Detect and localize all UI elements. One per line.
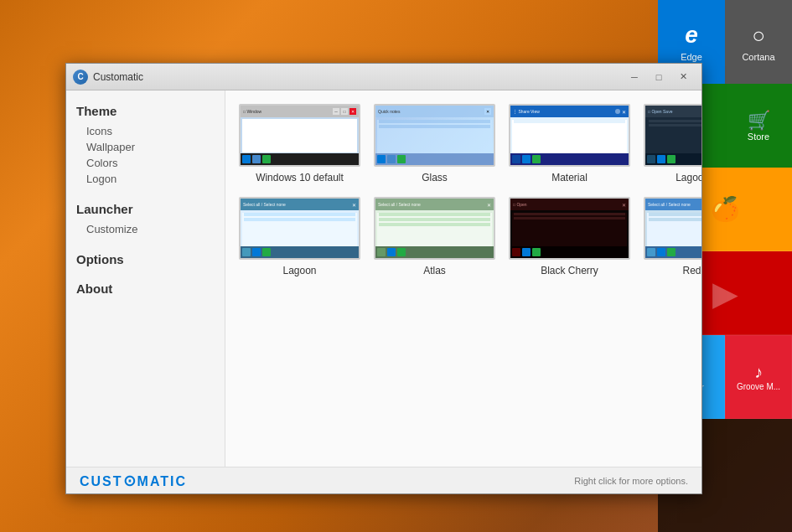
mini-titlebar-glass: Quick notes ✕ (375, 106, 494, 117)
red-tile-icon: ▶ (712, 274, 738, 312)
themes-content: □ Window ─ □ ✕ (225, 90, 701, 467)
theme-label-lagoon: Lagoon (282, 265, 316, 276)
edge-icon: e (685, 22, 698, 49)
mini-body-win10 (242, 119, 357, 152)
fruit-icon: 🍊 (711, 195, 740, 223)
theme-item-glass[interactable]: Quick notes ✕ (374, 104, 495, 183)
sidebar-section-theme: Theme Icons Wallpaper Colors Logon (76, 104, 215, 187)
window-body: Theme Icons Wallpaper Colors Logon Launc… (66, 90, 701, 467)
tile-store[interactable]: 🛒 Store (725, 84, 792, 168)
sidebar-section-launcher: Launcher Customize (76, 202, 215, 237)
theme-item-material[interactable]: ⋮ Share View ✕ (509, 104, 630, 183)
mini-win-win10: □ Window ─ □ ✕ (241, 106, 359, 165)
theme-label-glass: Glass (422, 172, 448, 183)
mini-win-glass: Quick notes ✕ (375, 106, 494, 165)
sidebar: Theme Icons Wallpaper Colors Logon Launc… (66, 90, 225, 467)
theme-item-win10[interactable]: □ Window ─ □ ✕ (239, 104, 360, 183)
mini-body-atlas (377, 213, 492, 248)
mini-taskbar-atlas (375, 246, 494, 258)
mini-win-atlas: Select all / Select none ✕ (375, 199, 494, 258)
theme-item-redmond[interactable]: Select all / Select none ✕ (644, 197, 701, 276)
theme-label-win10: Windows 10 default (256, 172, 344, 183)
store-label: Store (748, 132, 769, 142)
theme-preview-glass: Quick notes ✕ (374, 104, 495, 167)
window-title: Customatic (93, 71, 623, 83)
mini-taskbar-win10 (241, 153, 359, 165)
mini-body-lagoon-dark (647, 120, 701, 155)
theme-preview-material: ⋮ Share View ✕ (509, 104, 630, 167)
tile-groove[interactable]: ♪ Groove M... (725, 335, 792, 419)
sidebar-theme-title[interactable]: Theme (76, 104, 215, 118)
sidebar-about-title[interactable]: About (76, 281, 215, 296)
theme-item-black-cherry[interactable]: □ Open ✕ (509, 197, 630, 276)
theme-label-material: Material (551, 172, 588, 183)
app-logo: CUST⊙MATIC (80, 472, 187, 490)
taskbar-start-win10 (242, 155, 251, 163)
customatic-window: C Customatic ─ □ ✕ Theme Icons Wallpaper… (65, 63, 702, 494)
window-controls: ─ □ ✕ (623, 69, 695, 85)
maximize-button[interactable]: □ (647, 69, 670, 85)
mini-taskbar-lagoon (241, 246, 359, 258)
logo-icon: ⊙ (123, 473, 137, 489)
sidebar-item-icons[interactable]: Icons (76, 123, 215, 139)
mini-win-black-cherry: □ Open ✕ (510, 199, 629, 258)
mini-close-glass: ✕ (484, 108, 491, 115)
theme-preview-win10: □ Window ─ □ ✕ (239, 104, 360, 167)
mini-taskbar-redmond (645, 246, 701, 258)
groove-icon: ♪ (754, 363, 763, 382)
sidebar-item-customize[interactable]: Customize (76, 221, 215, 237)
theme-label-atlas: Atlas (423, 265, 446, 276)
logo-text-cust: CUST (80, 474, 123, 488)
minimize-button[interactable]: ─ (623, 69, 646, 85)
mini-body-material (512, 120, 627, 155)
mini-win-material: ⋮ Share View ✕ (510, 106, 629, 165)
theme-preview-black-cherry: □ Open ✕ (509, 197, 630, 260)
theme-preview-redmond: Select all / Select none ✕ (644, 197, 701, 260)
mini-body-black-cherry (512, 213, 627, 248)
app-icon-letter: C (77, 72, 83, 81)
taskbar-icon2-win10 (262, 155, 271, 163)
store-icon: 🛒 (748, 110, 770, 132)
sidebar-launcher-title[interactable]: Launcher (76, 202, 215, 216)
theme-label-black-cherry: Black Cherry (541, 265, 598, 276)
mini-taskbar-lagoon-dark (645, 153, 701, 165)
mini-body-redmond (647, 213, 701, 248)
theme-item-atlas[interactable]: Select all / Select none ✕ (374, 197, 495, 276)
mini-win-lagoon-dark: □ Open Save ✕ (645, 106, 701, 165)
mini-body-glass (377, 120, 492, 155)
groove-label: Groove M... (737, 382, 780, 391)
sidebar-options-title[interactable]: Options (76, 252, 215, 266)
themes-grid: □ Window ─ □ ✕ (239, 104, 688, 276)
theme-label-redmond: Redmond (682, 265, 701, 276)
mini-titlebar-lagoon: Select all / Select none ✕ (241, 199, 359, 210)
sidebar-item-wallpaper[interactable]: Wallpaper (76, 139, 215, 155)
mini-titlebar-win10: □ Window ─ □ ✕ (241, 106, 359, 117)
app-icon: C (73, 70, 88, 85)
mini-titlebar-redmond: Select all / Select none ✕ (645, 199, 701, 210)
close-button[interactable]: ✕ (671, 69, 695, 85)
cortana-label: Cortana (742, 52, 774, 62)
mini-body-lagoon (242, 213, 357, 248)
theme-preview-atlas: Select all / Select none ✕ (374, 197, 495, 260)
mini-close-win10: ✕ (349, 108, 356, 115)
mini-taskbar-glass (375, 153, 494, 165)
tile-cortana[interactable]: ○ Cortana (725, 0, 792, 84)
edge-label: Edge (681, 52, 702, 62)
mini-taskbar-black-cherry (510, 246, 629, 258)
theme-label-lagoon-dark: Lagoon Dark (676, 172, 701, 183)
mini-titlebar-material: ⋮ Share View ✕ (510, 106, 629, 117)
mini-titlebar-black-cherry: □ Open ✕ (510, 199, 629, 210)
taskbar-icon1-win10 (252, 155, 261, 163)
sidebar-item-logon[interactable]: Logon (76, 171, 215, 187)
logo-text-matic: MATIC (137, 474, 187, 488)
theme-item-lagoon[interactable]: Select all / Select none ✕ (239, 197, 360, 276)
cortana-icon: ○ (752, 23, 765, 49)
mini-win-lagoon: Select all / Select none ✕ (241, 199, 359, 258)
sidebar-item-colors[interactable]: Colors (76, 155, 215, 171)
sidebar-section-about: About (76, 281, 215, 296)
theme-item-lagoon-dark[interactable]: □ Open Save ✕ (644, 104, 701, 183)
theme-preview-lagoon: Select all / Select none ✕ (239, 197, 360, 260)
sidebar-section-options: Options (76, 252, 215, 266)
titlebar: C Customatic ─ □ ✕ (66, 64, 701, 90)
statusbar: CUST⊙MATIC Right click for more options. (66, 467, 701, 493)
